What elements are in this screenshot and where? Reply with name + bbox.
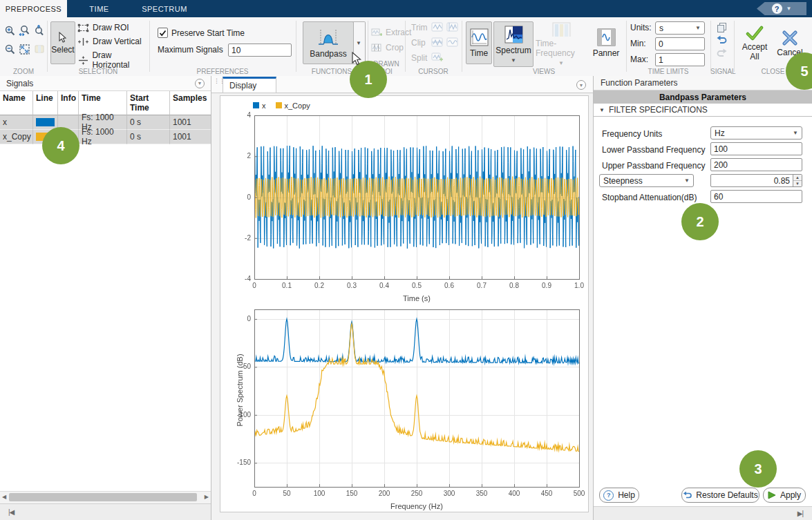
section-label-selection: SELECTION: [47, 68, 149, 75]
scrollbar-thumb[interactable]: [9, 493, 197, 501]
max-value: 1: [659, 55, 663, 65]
display-tabbar: ⋮⋮ Display ▼: [211, 76, 593, 93]
display-tab-label: Display: [229, 81, 256, 90]
collapse-left-icon[interactable]: |◀: [8, 508, 14, 516]
spinner-down-icon[interactable]: ▼: [793, 181, 802, 186]
function-parameters-title: Function Parameters: [594, 76, 812, 90]
maximum-signals-input[interactable]: 10: [228, 44, 292, 57]
column-header-samples[interactable]: Samples: [170, 91, 211, 115]
preserve-start-time-checkbox[interactable]: Preserve Start Time: [158, 28, 245, 38]
spinner-up-icon[interactable]: ▲: [793, 175, 802, 181]
lower-passband-input[interactable]: 100: [710, 142, 802, 155]
collapse-display-icon[interactable]: ▼: [576, 80, 586, 90]
restore-defaults-button[interactable]: Restore Defaults: [681, 488, 759, 503]
upper-passband-input[interactable]: 200: [710, 158, 802, 171]
tab-time[interactable]: TIME: [67, 0, 131, 17]
column-header-start-time[interactable]: Start Time: [127, 91, 170, 115]
scroll-left-icon[interactable]: ◀: [2, 494, 6, 500]
clip-inner-icon[interactable]: [431, 37, 443, 49]
frequency-units-select[interactable]: Hz ▼: [710, 126, 802, 139]
draw-vertical-button[interactable]: Draw Vertical: [77, 37, 142, 46]
bandpass-parameters-header: Bandpass Parameters: [594, 90, 812, 104]
signal-analyzer-window: PREPROCESS TIME SPECTRUM ? ▼: [0, 0, 812, 520]
signal-row-xcopy-samples[interactable]: 1001: [170, 130, 211, 144]
spectrum-plot[interactable]: [220, 307, 589, 512]
apply-button[interactable]: Apply: [763, 488, 806, 503]
column-header-line[interactable]: Line: [33, 91, 58, 115]
zoom-x-icon[interactable]: [19, 25, 30, 39]
tab-spectrum[interactable]: SPECTRUM: [131, 0, 198, 17]
bandpass-function-button[interactable]: Bandpass: [303, 21, 354, 64]
time-view-label: Time: [470, 48, 488, 58]
select-tool-label: Select: [51, 45, 74, 55]
draw-roi-button[interactable]: Draw ROI: [77, 23, 129, 32]
signal-row-x-name[interactable]: x: [0, 115, 33, 130]
section-label-views: VIEWS: [462, 68, 626, 75]
column-header-name[interactable]: Name: [0, 91, 33, 115]
signal-row-xcopy-start-time[interactable]: 0 s: [127, 130, 170, 144]
steepness-select[interactable]: Steepness ▼: [599, 174, 694, 187]
trim-label: Trim: [411, 23, 428, 32]
column-header-time[interactable]: Time: [79, 91, 127, 115]
stopband-attenuation-input[interactable]: 60: [710, 190, 802, 203]
bandpass-filter-icon: [318, 28, 339, 47]
steepness-spinner[interactable]: 0.85 ▲▼: [710, 174, 802, 187]
help-button[interactable]: ? ▼: [757, 2, 806, 15]
restore-icon: [683, 491, 692, 499]
pan-icon[interactable]: [34, 44, 45, 57]
apply-play-icon: [768, 491, 776, 499]
restore-defaults-label: Restore Defaults: [696, 490, 757, 500]
crop-button[interactable]: Crop: [371, 43, 404, 52]
signal-row-xcopy-time[interactable]: Fs: 1000 Hz: [79, 130, 127, 144]
tab-display[interactable]: Display: [223, 77, 276, 93]
accept-all-button[interactable]: Accept All: [737, 20, 773, 67]
tab-preprocess[interactable]: PREPROCESS: [0, 0, 67, 17]
zoom-out-icon[interactable]: [4, 44, 16, 57]
clip-outer-icon[interactable]: [446, 37, 458, 49]
panner-label: Panner: [593, 48, 620, 58]
time-frequency-view-button[interactable]: Time-Frequency ▼: [535, 21, 587, 67]
collapse-right-icon[interactable]: ▶|: [797, 510, 803, 517]
scroll-right-icon[interactable]: ▶: [205, 494, 209, 500]
redo-icon[interactable]: [717, 48, 727, 59]
spinner-buttons[interactable]: ▲▼: [793, 175, 802, 186]
signal-row-x-start-time[interactable]: 0 s: [127, 115, 170, 130]
question-icon: ?: [603, 490, 614, 501]
help-button-panel[interactable]: ? Help: [599, 488, 639, 503]
clip-label: Clip: [411, 38, 426, 48]
signals-panel-header: Signals ▼: [0, 76, 211, 91]
time-view-button[interactable]: Time: [466, 21, 492, 64]
signals-horizontal-scrollbar[interactable]: ◀ ▶: [0, 491, 211, 504]
collapse-panel-icon[interactable]: ▼: [195, 79, 205, 88]
callout-badge-4: 4: [42, 127, 79, 164]
fit-to-view-icon[interactable]: [19, 44, 30, 57]
max-input[interactable]: 1: [655, 53, 705, 66]
checkbox-checked-icon: [158, 28, 168, 38]
filter-specifications-section[interactable]: ▼ FILTER SPECIFICATIONS: [594, 104, 812, 117]
spectrum-view-button[interactable]: Spectrum ▼: [493, 21, 534, 67]
preprocess-toolbar: ZOOM Select Draw ROI Draw Vertical Draw …: [0, 17, 812, 77]
signal-row-x-samples[interactable]: 1001: [170, 115, 211, 130]
min-value: 0: [659, 39, 663, 49]
lower-passband-value: 100: [714, 144, 728, 154]
select-tool-button[interactable]: Select: [50, 21, 75, 64]
signal-row-xcopy-name[interactable]: x_Copy: [0, 130, 33, 144]
zoom-in-icon[interactable]: [4, 25, 16, 39]
draw-roi-label: Draw ROI: [93, 23, 129, 32]
column-header-info[interactable]: Info: [58, 91, 79, 115]
split-icon[interactable]: [431, 52, 444, 64]
zoom-y-icon[interactable]: [34, 25, 44, 39]
panner-button[interactable]: Panner: [589, 21, 623, 64]
units-select[interactable]: s ▼: [655, 21, 705, 35]
draw-horizontal-button[interactable]: Draw Horizontal: [77, 50, 149, 70]
question-icon: ?: [772, 3, 782, 14]
bandpass-label: Bandpass: [310, 49, 346, 59]
time-plot[interactable]: [220, 97, 589, 302]
draw-horizontal-icon: [77, 56, 88, 65]
trim-inner-icon[interactable]: [431, 22, 443, 34]
undo-icon[interactable]: [717, 35, 727, 46]
min-input[interactable]: 0: [655, 37, 705, 50]
section-preferences: Preserve Start Time Maximum Signals 10 P…: [149, 17, 296, 76]
duplicate-signal-icon[interactable]: [717, 22, 727, 35]
trim-outer-icon[interactable]: [446, 22, 458, 34]
